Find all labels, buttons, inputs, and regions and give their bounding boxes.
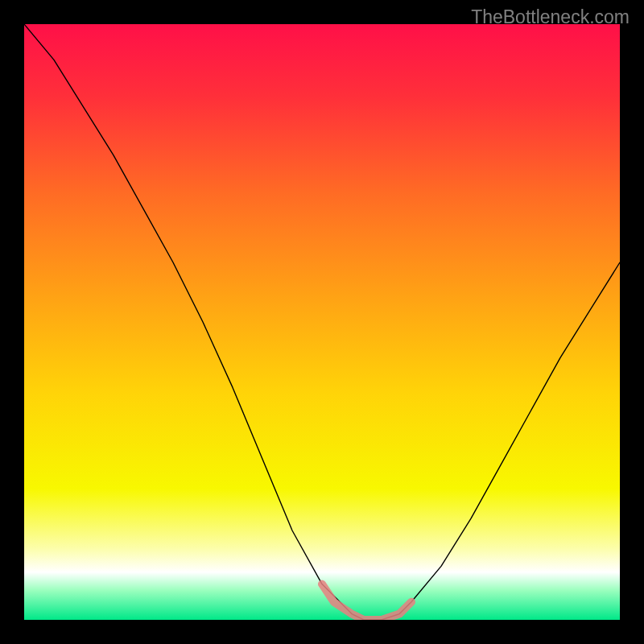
plot-area	[24, 24, 620, 620]
chart-container: TheBottleneck.com	[0, 0, 644, 644]
chart-svg	[24, 24, 620, 620]
gradient-background	[24, 24, 620, 620]
